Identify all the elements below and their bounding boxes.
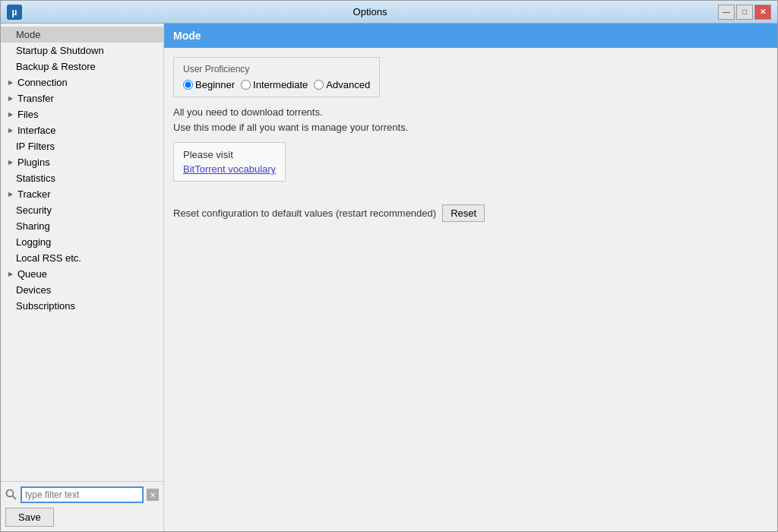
sidebar-item-backup-restore[interactable]: Backup & Restore bbox=[1, 59, 163, 74]
sidebar-item-local-rss[interactable]: Local RSS etc. bbox=[1, 250, 163, 266]
expand-icon: ▶ bbox=[5, 125, 16, 136]
filter-row: ✕ bbox=[5, 486, 159, 503]
app-icon: µ bbox=[7, 5, 22, 20]
user-proficiency-label: User Proficiency bbox=[183, 64, 370, 74]
expand-icon: ▶ bbox=[5, 109, 16, 120]
sidebar-item-interface[interactable]: ▶ Interface bbox=[1, 122, 163, 138]
sidebar-bottom: ✕ Save bbox=[1, 481, 163, 531]
sidebar-item-label: Interface bbox=[17, 125, 56, 136]
sidebar-item-sharing[interactable]: Sharing bbox=[1, 218, 163, 234]
sidebar-item-statistics[interactable]: Statistics bbox=[1, 170, 163, 186]
sidebar-item-label: IP Filters bbox=[16, 141, 55, 152]
description-line2: Use this mode if all you want is manage … bbox=[173, 120, 768, 135]
sidebar-item-connection[interactable]: ▶ Connection bbox=[1, 74, 163, 90]
sidebar-item-label: Tracker bbox=[17, 188, 51, 200]
radio-group: Beginner Intermediate Advanced bbox=[183, 79, 370, 90]
radio-advanced-label: Advanced bbox=[326, 79, 370, 90]
user-proficiency-group: User Proficiency Beginner Intermediate bbox=[173, 57, 380, 97]
main-content: User Proficiency Beginner Intermediate bbox=[164, 57, 777, 231]
visit-box: Please visit BitTorrent vocabulary bbox=[173, 142, 286, 182]
svg-point-0 bbox=[7, 490, 14, 497]
sidebar: Mode Startup & Shutdown Backup & Restore… bbox=[1, 24, 164, 531]
bittorrent-vocabulary-link[interactable]: BitTorrent vocabulary bbox=[183, 163, 276, 175]
sidebar-item-files[interactable]: ▶ Files bbox=[1, 106, 163, 122]
window-title: Options bbox=[22, 6, 718, 17]
expand-icon: ▶ bbox=[5, 157, 16, 168]
expand-icon: ▶ bbox=[5, 93, 16, 104]
sidebar-item-label: Local RSS etc. bbox=[16, 252, 81, 264]
sidebar-item-security[interactable]: Security bbox=[1, 202, 163, 218]
sidebar-item-label: Files bbox=[17, 109, 38, 120]
filter-input[interactable] bbox=[21, 486, 144, 503]
radio-beginner-label: Beginner bbox=[195, 79, 235, 90]
description-line1: All you need to download torrents. bbox=[173, 105, 768, 120]
sidebar-item-queue[interactable]: ▶ Queue bbox=[1, 266, 163, 282]
sidebar-item-transfer[interactable]: ▶ Transfer bbox=[1, 90, 163, 106]
sidebar-item-logging[interactable]: Logging bbox=[1, 234, 163, 250]
sidebar-item-label: Plugins bbox=[17, 157, 50, 168]
sidebar-item-label: Logging bbox=[16, 236, 51, 248]
sidebar-item-label: Statistics bbox=[16, 173, 55, 184]
search-icon bbox=[5, 489, 17, 501]
main-panel: Mode User Proficiency Beginner Intermedi… bbox=[164, 24, 777, 531]
sidebar-item-label: Backup & Restore bbox=[16, 61, 96, 72]
filter-clear-button[interactable]: ✕ bbox=[147, 489, 159, 501]
sidebar-item-label: Security bbox=[16, 204, 52, 216]
sidebar-item-mode[interactable]: Mode bbox=[1, 27, 163, 43]
sidebar-item-label: Connection bbox=[17, 77, 68, 88]
minimize-button[interactable]: — bbox=[718, 5, 735, 20]
sidebar-item-label: Transfer bbox=[17, 93, 54, 104]
content-area: Mode Startup & Shutdown Backup & Restore… bbox=[1, 24, 777, 531]
radio-beginner[interactable]: Beginner bbox=[183, 79, 235, 90]
visit-label: Please visit bbox=[183, 149, 276, 160]
radio-advanced-input[interactable] bbox=[314, 80, 324, 90]
mode-header: Mode bbox=[164, 24, 777, 48]
radio-beginner-input[interactable] bbox=[183, 80, 193, 90]
sidebar-item-tracker[interactable]: ▶ Tracker bbox=[1, 186, 163, 202]
sidebar-item-label: Subscriptions bbox=[16, 300, 75, 312]
sidebar-item-startup-shutdown[interactable]: Startup & Shutdown bbox=[1, 43, 163, 59]
options-window: µ Options — □ ✕ Mode Startup & Shutdown bbox=[0, 0, 778, 532]
title-bar: µ Options — □ ✕ bbox=[1, 1, 777, 24]
radio-intermediate-input[interactable] bbox=[241, 80, 251, 90]
sidebar-item-label: Queue bbox=[17, 268, 47, 280]
sidebar-item-label: Mode bbox=[16, 29, 41, 40]
radio-intermediate[interactable]: Intermediate bbox=[241, 79, 308, 90]
close-button[interactable]: ✕ bbox=[754, 5, 771, 20]
sidebar-item-devices[interactable]: Devices bbox=[1, 282, 163, 298]
sidebar-item-label: Devices bbox=[16, 284, 51, 296]
svg-line-1 bbox=[13, 496, 17, 500]
expand-icon: ▶ bbox=[5, 189, 16, 200]
reset-button[interactable]: Reset bbox=[442, 204, 485, 222]
sidebar-item-label: Startup & Shutdown bbox=[16, 45, 104, 56]
maximize-button[interactable]: □ bbox=[736, 5, 753, 20]
description-text: All you need to download torrents. Use t… bbox=[173, 105, 768, 135]
expand-icon: ▶ bbox=[5, 269, 16, 280]
expand-icon: ▶ bbox=[5, 78, 16, 88]
radio-intermediate-label: Intermediate bbox=[253, 79, 308, 90]
sidebar-list: Mode Startup & Shutdown Backup & Restore… bbox=[1, 24, 163, 481]
reset-text: Reset configuration to default values (r… bbox=[173, 207, 436, 219]
sidebar-item-ip-filters[interactable]: IP Filters bbox=[1, 138, 163, 154]
sidebar-item-plugins[interactable]: ▶ Plugins bbox=[1, 154, 163, 170]
sidebar-item-label: Sharing bbox=[16, 220, 50, 232]
sidebar-item-subscriptions[interactable]: Subscriptions bbox=[1, 298, 163, 314]
reset-row: Reset configuration to default values (r… bbox=[173, 204, 768, 222]
title-bar-buttons: — □ ✕ bbox=[718, 5, 771, 20]
save-button[interactable]: Save bbox=[5, 508, 54, 527]
radio-advanced[interactable]: Advanced bbox=[314, 79, 370, 90]
